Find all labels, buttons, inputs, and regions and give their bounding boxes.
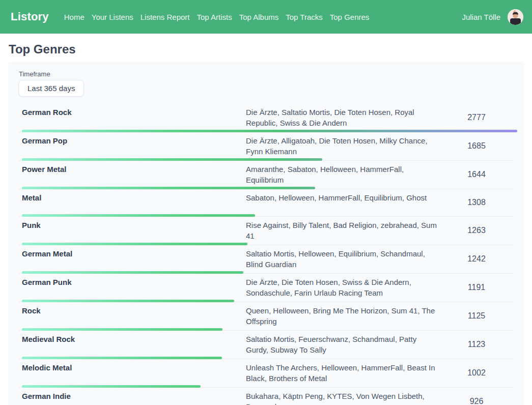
genre-count: 2777 xyxy=(439,107,514,128)
nav-item-top-genres[interactable]: Top Genres xyxy=(326,10,373,24)
genre-name: Punk xyxy=(22,220,246,241)
genre-count: 1263 xyxy=(439,220,514,241)
nav-item-home[interactable]: Home xyxy=(61,10,88,24)
genre-artists: Sabaton, Helloween, HammerFall, Equilibr… xyxy=(246,192,439,213)
genre-name: Power Metal xyxy=(22,164,246,185)
table-row: German Metal Saltatio Mortis, Helloween,… xyxy=(18,245,514,274)
table-row: Punk Rise Against, Billy Talent, Bad Rel… xyxy=(18,217,514,245)
genre-count: 1242 xyxy=(439,248,514,270)
genre-name: German Indie xyxy=(22,391,246,405)
table-row: Metal Sabaton, Helloween, HammerFall, Eq… xyxy=(18,189,514,217)
genre-artists: Rise Against, Billy Talent, Bad Religion… xyxy=(246,220,439,241)
genre-count: 1125 xyxy=(439,305,514,327)
nav-item-top-artists[interactable]: Top Artists xyxy=(193,10,236,24)
genre-count: 1191 xyxy=(439,277,514,298)
table-row: German Rock Die Ärzte, Saltatio Mortis, … xyxy=(18,104,514,132)
genre-artists: Die Ärzte, Alligatoah, Die Toten Hosen, … xyxy=(246,135,439,157)
genre-artists: Amaranthe, Sabaton, Helloween, HammerFal… xyxy=(246,164,439,185)
table-row: German Punk Die Ärzte, Die Toten Hosen, … xyxy=(18,274,514,302)
genre-artists: Unleash The Archers, Helloween, HammerFa… xyxy=(246,362,439,384)
genre-artists: Bukahara, Käptn Peng, KYTES, Von Wegen L… xyxy=(246,391,439,405)
genre-name: Metal xyxy=(22,192,246,213)
nav-item-listens-report[interactable]: Listens Report xyxy=(137,10,193,24)
genre-artists: Saltatio Mortis, Helloween, Equilibrium,… xyxy=(246,248,439,270)
nav-item-your-listens[interactable]: Your Listens xyxy=(88,10,137,24)
top-genres-card: Timeframe Last 365 days German Rock Die … xyxy=(8,62,524,405)
genre-count: 1308 xyxy=(439,192,514,213)
table-row: German Pop Die Ärzte, Alligatoah, Die To… xyxy=(18,132,514,161)
genre-artists: Die Ärzte, Die Toten Hosen, Swiss & Die … xyxy=(246,277,439,298)
genre-count: 1644 xyxy=(439,164,514,185)
app-logo[interactable]: Listory xyxy=(11,10,49,23)
genre-count: 1002 xyxy=(439,362,514,384)
timeframe-select[interactable]: Last 365 days xyxy=(18,80,84,97)
genre-name: German Pop xyxy=(22,135,246,157)
timeframe-label: Timeframe xyxy=(19,70,514,78)
table-row: Melodic Metal Unleash The Archers, Hello… xyxy=(18,359,514,388)
genre-artists: Die Ärzte, Saltatio Mortis, Die Toten Ho… xyxy=(246,107,439,128)
nav-item-top-tracks[interactable]: Top Tracks xyxy=(282,10,326,24)
user-avatar-photo xyxy=(508,9,523,25)
table-row: German Indie Bukahara, Käptn Peng, KYTES… xyxy=(18,388,514,405)
table-row: Power Metal Amaranthe, Sabaton, Hellowee… xyxy=(18,161,514,189)
genre-name: Rock xyxy=(22,305,246,327)
genre-name: German Metal xyxy=(22,248,246,270)
genre-name: German Punk xyxy=(22,277,246,298)
user-name[interactable]: Julian Tölle xyxy=(462,13,500,21)
app-header: Listory Home Your Listens Listens Report… xyxy=(0,0,532,34)
table-row: Rock Queen, Helloween, Bring Me The Hori… xyxy=(18,302,514,331)
genre-name: Melodic Metal xyxy=(22,362,246,384)
page-title: Top Genres xyxy=(9,42,524,56)
genre-count: 926 xyxy=(439,391,514,405)
genre-artists: Saltatio Mortis, Feuerschwanz, Schandmau… xyxy=(246,334,439,355)
table-row: Medieval Rock Saltatio Mortis, Feuerschw… xyxy=(18,331,514,359)
nav-item-top-albums[interactable]: Top Albums xyxy=(236,10,283,24)
genre-count: 1685 xyxy=(439,135,514,157)
user-avatar[interactable] xyxy=(508,9,523,25)
genre-artists: Queen, Helloween, Bring Me The Horizon, … xyxy=(246,305,439,327)
main-nav: Home Your Listens Listens Report Top Art… xyxy=(61,10,373,24)
genre-count: 1123 xyxy=(439,334,514,355)
genre-name: Medieval Rock xyxy=(22,334,246,355)
genre-table: German Rock Die Ärzte, Saltatio Mortis, … xyxy=(18,104,514,405)
genre-name: German Rock xyxy=(22,107,246,128)
